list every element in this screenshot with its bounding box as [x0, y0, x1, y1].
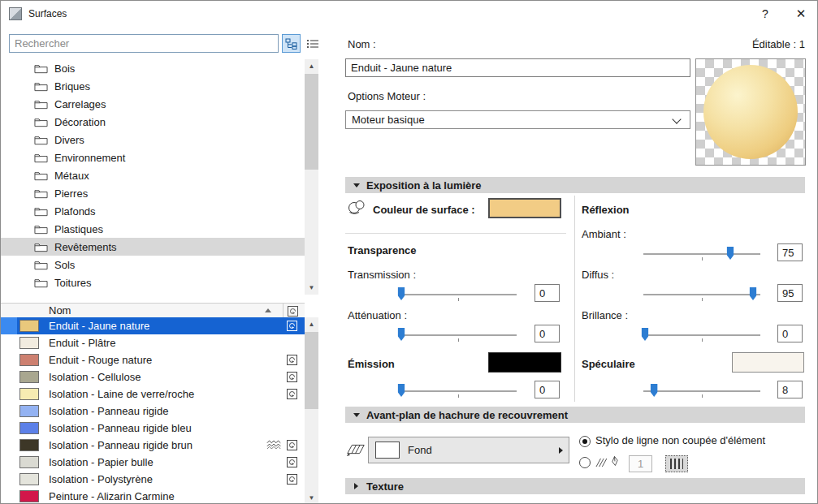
folder-row[interactable]: Sols [1, 256, 305, 274]
emission-slider[interactable] [398, 383, 518, 399]
shininess-slider[interactable] [642, 327, 762, 343]
attenuation-value[interactable] [535, 325, 560, 342]
folder-icon [34, 80, 48, 92]
specular-slider[interactable] [642, 383, 762, 399]
cover-fill-select[interactable]: Fond [368, 437, 569, 463]
table-row[interactable]: Peinture - Alizarin Carmine [1, 488, 305, 504]
fill-name: Fond [408, 444, 432, 456]
fill-hatch-icon [595, 458, 607, 470]
row-select-indicator [1, 351, 17, 368]
close-button[interactable]: ✕ [784, 1, 818, 27]
slider-thumb[interactable] [727, 247, 734, 260]
slider-thumb[interactable] [750, 287, 757, 300]
slider-thumb[interactable] [398, 287, 405, 300]
scroll-up-icon[interactable]: ▲ [305, 317, 318, 331]
scrollbar-thumb[interactable] [305, 74, 318, 170]
engine-selected-value: Moteur basique [352, 114, 425, 126]
folder-row[interactable]: Plafonds [1, 202, 305, 220]
table-row[interactable]: Isolation - Laine de verre/roche [1, 386, 305, 403]
editable-count: Éditable : 1 [643, 38, 805, 50]
folder-row[interactable]: Environnement [1, 149, 305, 166]
pen-number-input[interactable] [629, 455, 652, 472]
scroll-down-icon[interactable]: ▼ [305, 491, 318, 504]
folder-label: Métaux [54, 170, 89, 182]
attenuation-slider[interactable] [398, 327, 518, 343]
slider-thumb[interactable] [398, 384, 405, 397]
name-column-header[interactable]: Nom [49, 304, 71, 317]
uncut-line-pen-radio[interactable] [579, 436, 591, 447]
transmission-value[interactable] [535, 284, 560, 302]
ambient-slider[interactable] [642, 246, 762, 262]
slider-thumb[interactable] [398, 328, 405, 341]
table-row[interactable]: Isolation - Polystyrène [1, 471, 305, 488]
slider-tick [702, 257, 703, 261]
folder-row[interactable]: Revêtements [1, 238, 305, 256]
pen-color-button[interactable] [665, 455, 688, 472]
tree-view-button[interactable] [282, 34, 301, 53]
folder-icon [34, 223, 48, 235]
custom-pen-radio[interactable] [579, 457, 591, 468]
slider-tick [702, 298, 703, 301]
material-name: Isolation - Panneau rigide brun [49, 439, 193, 451]
column-divider [574, 196, 575, 402]
material-color-swatch [19, 320, 39, 332]
surface-color-label: Couleur de surface : [373, 204, 475, 216]
material-preview [695, 58, 806, 166]
slider-thumb[interactable] [642, 328, 649, 341]
preview-sphere [703, 65, 798, 159]
specular-value[interactable] [777, 381, 803, 398]
table-row[interactable]: Enduit - Plâtre [1, 334, 305, 351]
divider [345, 233, 566, 234]
search-input[interactable] [9, 34, 279, 53]
material-name: Isolation - Panneau rigide [49, 405, 168, 417]
folder-label: Briques [54, 80, 90, 93]
emission-color-swatch[interactable] [488, 352, 561, 373]
folder-row[interactable]: Divers [1, 131, 305, 149]
material-name: Enduit - Jaune nature [49, 320, 149, 332]
scroll-up-icon[interactable]: ▲ [305, 59, 318, 73]
table-row[interactable]: Isolation - Papier bulle [1, 454, 305, 471]
folder-row[interactable]: Toitures [1, 274, 305, 291]
table-row[interactable]: Enduit - Rouge nature [1, 351, 305, 368]
ambient-value[interactable] [777, 243, 803, 261]
help-button[interactable]: ? [750, 1, 781, 27]
folder-row[interactable]: Métaux [1, 166, 305, 184]
surface-color-swatch[interactable] [488, 198, 561, 218]
folder-row[interactable]: Briques [1, 77, 305, 95]
emission-value[interactable] [535, 381, 560, 398]
folder-row[interactable]: Pierres [1, 184, 305, 202]
diffuse-value[interactable] [777, 284, 803, 302]
folder-label: Sols [54, 259, 75, 271]
list-view-button[interactable] [303, 34, 322, 53]
hatch-icon [266, 440, 283, 452]
folder-row[interactable]: Bois [1, 59, 305, 77]
title-bar: Surfaces ? ✕ [1, 1, 817, 27]
materials-table-header[interactable]: Nom [1, 303, 305, 318]
folder-scrollbar[interactable]: ▲ ▼ [305, 59, 318, 295]
surface-name-input[interactable] [345, 58, 690, 77]
engine-select[interactable]: Moteur basique [345, 110, 690, 129]
table-row[interactable]: Enduit - Jaune nature [1, 317, 305, 334]
folder-row[interactable]: Carrelages [1, 95, 305, 113]
materials-scrollbar[interactable]: ▲ ▼ [305, 317, 318, 504]
folder-icon [34, 241, 48, 252]
transmission-slider[interactable] [398, 286, 518, 303]
specular-color-swatch[interactable] [732, 352, 804, 373]
scroll-down-icon[interactable]: ▼ [305, 281, 318, 295]
section-texture[interactable]: Texture [345, 478, 805, 494]
table-row[interactable]: Isolation - Panneau rigide bleu [1, 420, 305, 437]
table-row[interactable]: Isolation - Cellulose [1, 368, 305, 386]
scrollbar-thumb[interactable] [305, 332, 318, 409]
section-cover-fill[interactable]: Avant-plan de hachure de recouvrement [345, 407, 805, 423]
table-row[interactable]: Isolation - Panneau rigide [1, 403, 305, 420]
table-row[interactable]: Isolation - Panneau rigide brun [1, 437, 305, 454]
surface-color-icon [347, 199, 367, 218]
shininess-value[interactable] [777, 325, 803, 342]
sort-ascending-icon [265, 308, 271, 312]
folder-row[interactable]: Plastiques [1, 220, 305, 238]
slider-thumb[interactable] [651, 384, 658, 397]
folder-label: Bois [54, 62, 75, 75]
diffuse-slider[interactable] [642, 286, 762, 303]
folder-row[interactable]: Décoration [1, 113, 305, 131]
section-light-exposure[interactable]: Exposition à la lumière [345, 177, 805, 193]
